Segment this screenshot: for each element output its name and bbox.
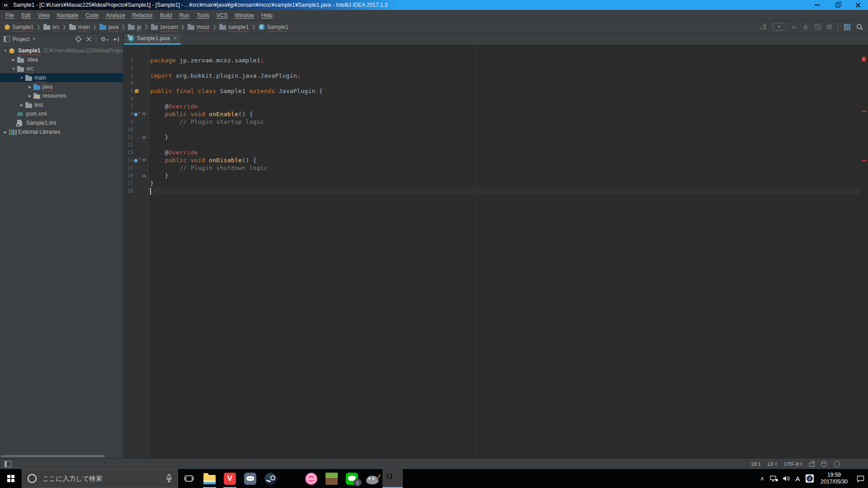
tree-item--idea[interactable]: ▶.idea: [0, 55, 123, 64]
minimize-button[interactable]: [807, 0, 827, 10]
code-line-15[interactable]: 15 // Plugin shutdown logic: [123, 164, 860, 172]
stop-icon[interactable]: [827, 24, 832, 29]
breadcrumb-item-main[interactable]: main: [69, 24, 90, 30]
vcs-update-icon[interactable]: ↓011001: [760, 24, 766, 30]
hide-panel-icon[interactable]: [113, 36, 119, 42]
taskbar-app-minecraft[interactable]: [321, 469, 342, 488]
highlighting-level-icon[interactable]: [821, 461, 827, 467]
changes-grid-icon[interactable]: [844, 24, 850, 30]
tree-item-java[interactable]: ▶java: [0, 82, 123, 91]
breadcrumb-item-sample1[interactable]: Sample1: [5, 24, 33, 30]
toolwindow-toggle-icon[interactable]: [5, 461, 11, 467]
code-line-4[interactable]: 4: [123, 80, 860, 87]
search-everywhere-icon[interactable]: [856, 23, 863, 31]
code-line-5[interactable]: 5public final class Sample1 extends Java…: [123, 87, 860, 95]
taskbar-app-file-explorer[interactable]: [199, 469, 220, 488]
code-line-17[interactable]: 17}: [123, 179, 860, 187]
volume-icon[interactable]: [780, 469, 792, 488]
error-mark[interactable]: [862, 111, 867, 112]
restore-button[interactable]: [827, 0, 848, 10]
close-icon[interactable]: ×: [174, 35, 177, 42]
search-box[interactable]: ここに入力して検索: [22, 469, 178, 488]
tree-item-main[interactable]: ▼main: [0, 73, 123, 82]
run-config-select[interactable]: ▼: [772, 23, 787, 31]
error-mark[interactable]: [862, 160, 867, 161]
chevron-expanded-icon[interactable]: ▼: [10, 67, 17, 71]
menu-tools[interactable]: Tools: [193, 12, 213, 19]
code-line-9[interactable]: 9 // Plugin startup logic: [123, 118, 860, 126]
fold-marker-icon[interactable]: [142, 174, 146, 178]
line-separator-widget[interactable]: LF▲▼: [768, 461, 777, 467]
task-view-button[interactable]: [178, 469, 199, 488]
menu-run[interactable]: Run: [176, 12, 193, 19]
code-line-8[interactable]: 8 public void onEnable() {: [123, 110, 860, 118]
clock[interactable]: 19:59 2017/05/30: [816, 469, 853, 488]
ime-icon[interactable]: J: [803, 469, 816, 488]
locate-icon[interactable]: [75, 36, 82, 42]
code-line-18[interactable]: 18: [123, 187, 860, 195]
tray-chevron-icon[interactable]: ∧: [757, 469, 768, 488]
menu-navigate[interactable]: Navigate: [53, 12, 82, 19]
tree-item-src[interactable]: ▼src: [0, 64, 123, 73]
breadcrumb-item-src[interactable]: src: [43, 24, 60, 30]
tab-sample1-java[interactable]: C Sample1.java ×: [124, 33, 181, 45]
error-indicator-icon[interactable]: !: [861, 56, 867, 62]
override-marker-icon[interactable]: [134, 157, 140, 163]
debug-icon[interactable]: [802, 24, 809, 30]
breadcrumb-item-jp[interactable]: jp: [128, 24, 141, 30]
tree-item-test[interactable]: ▶test: [0, 100, 123, 109]
encoding-widget[interactable]: UTF-8▲▼: [784, 461, 802, 467]
taskbar-app-gimp[interactable]: [362, 469, 382, 488]
class-marker-icon[interactable]: [135, 89, 139, 93]
breadcrumb-item-java[interactable]: java: [99, 24, 118, 30]
taskbar-app-shield-game[interactable]: S: [281, 469, 301, 488]
microphone-icon[interactable]: [166, 474, 172, 483]
menu-window[interactable]: Window: [231, 12, 258, 19]
code-line-7[interactable]: 7 @Override: [123, 103, 860, 110]
code-editor[interactable]: 1package jp.zeroam.mcoz.sample1;23import…: [123, 45, 868, 458]
taskbar-app-vivaldi[interactable]: V: [220, 469, 240, 488]
code-line-10[interactable]: 10: [123, 126, 860, 133]
tree-item-pom-xml[interactable]: mpom.xml: [0, 109, 123, 118]
menu-file[interactable]: File: [2, 12, 18, 19]
override-marker-icon[interactable]: [134, 111, 140, 117]
tree-item-sample1-iml[interactable]: Sample1.iml: [0, 118, 123, 127]
menu-view[interactable]: View: [34, 12, 53, 19]
code-line-2[interactable]: 2: [123, 64, 860, 72]
caret-position[interactable]: 18:1: [751, 461, 761, 467]
code-line-16[interactable]: 16 }: [123, 172, 860, 179]
breadcrumb-item-mcoz[interactable]: mcoz: [188, 24, 210, 30]
action-center-button[interactable]: [853, 469, 868, 488]
chevron-collapsed-icon[interactable]: ▶: [26, 85, 33, 89]
menu-code[interactable]: Code: [82, 12, 102, 19]
fold-marker-icon[interactable]: [142, 136, 146, 139]
menu-refactor[interactable]: Refactor: [129, 12, 156, 19]
chevron-down-icon[interactable]: ▼: [32, 37, 36, 41]
taskbar-app-intellij-idea[interactable]: IJ: [382, 469, 403, 488]
code-line-3[interactable]: 3import org.bukkit.plugin.java.JavaPlugi…: [123, 72, 860, 80]
code-line-1[interactable]: 1package jp.zeroam.mcoz.sample1;: [123, 56, 860, 64]
taskbar-app-line[interactable]: 1: [342, 469, 362, 488]
coverage-icon[interactable]: [815, 24, 821, 30]
horizontal-scrollbar[interactable]: [1, 455, 105, 457]
chevron-expanded-icon[interactable]: ▼: [2, 49, 9, 53]
error-stripe[interactable]: !: [860, 45, 868, 458]
code-line-13[interactable]: 13 @Override: [123, 149, 860, 156]
code-line-11[interactable]: 11 }: [123, 133, 860, 141]
ime-mode-indicator[interactable]: A: [792, 469, 803, 488]
network-icon[interactable]: [768, 469, 780, 488]
chevron-collapsed-icon[interactable]: ▶: [2, 130, 9, 134]
menu-build[interactable]: Build: [156, 12, 176, 19]
fold-marker-icon[interactable]: [142, 113, 146, 116]
project-panel-title[interactable]: Project: [13, 36, 29, 42]
tree-item-sample1[interactable]: ▼Sample1C:¥Users¥Masac225¥IdeaProjects¥S…: [0, 46, 123, 55]
menu-analyze[interactable]: Analyze: [102, 12, 129, 19]
tree-item-external-libraries[interactable]: ▶External Libraries: [0, 127, 123, 136]
fold-marker-icon[interactable]: [142, 159, 146, 162]
chevron-expanded-icon[interactable]: ▼: [18, 76, 25, 80]
code-area[interactable]: 1package jp.zeroam.mcoz.sample1;23import…: [123, 56, 860, 195]
taskbar-app-steam[interactable]: [260, 469, 281, 488]
menu-help[interactable]: Help: [258, 12, 276, 19]
code-line-6[interactable]: 6: [123, 95, 860, 103]
lock-icon[interactable]: [809, 463, 814, 467]
